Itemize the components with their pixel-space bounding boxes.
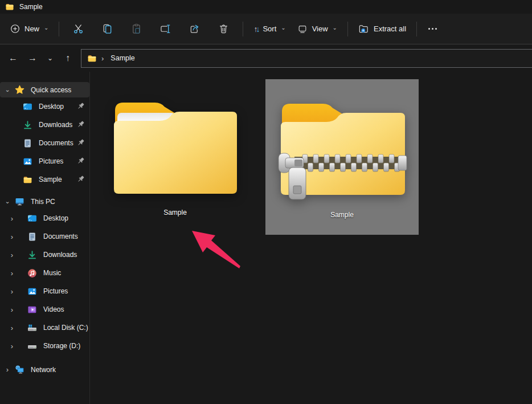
address-bar-row: ← → ⌄ ↑ › Sample [0, 44, 532, 72]
more-options-button[interactable] [421, 22, 444, 35]
sidebar-item-this-pc[interactable]: ⌄ This PC [0, 194, 89, 209]
documents-icon [27, 232, 37, 242]
rename-button[interactable] [155, 19, 176, 39]
chevron-right-icon[interactable]: › [0, 365, 15, 374]
pin-icon [76, 120, 85, 129]
chevron-down-icon[interactable]: ⌄ [0, 198, 15, 205]
chevron-right-icon[interactable]: › [5, 324, 19, 332]
chevron-right-icon[interactable]: › [5, 232, 19, 241]
chevron-right-icon[interactable]: › [5, 251, 19, 259]
view-icon [297, 24, 308, 34]
chevron-right-icon[interactable]: › [5, 214, 19, 223]
sidebar-item-pc-downloads[interactable]: › Downloads [0, 246, 89, 264]
downloads-icon [23, 120, 32, 130]
sidebar-item-qa-sample[interactable]: Sample [0, 170, 89, 189]
scissors-icon [73, 23, 84, 34]
share-icon [189, 23, 200, 34]
drive-icon [27, 341, 37, 351]
file-item-label: Sample [163, 209, 187, 217]
toolbar-separator [243, 22, 243, 36]
recent-locations-button[interactable]: ⌄ [43, 50, 57, 67]
sidebar-item-qa-desktop[interactable]: Desktop [0, 97, 89, 116]
sidebar-item-pc-pictures[interactable]: › Pictures [0, 282, 89, 300]
pin-icon [76, 102, 85, 111]
ellipsis-icon [427, 27, 438, 31]
file-list-area[interactable]: Sample [90, 72, 532, 404]
sidebar-item-pc-videos[interactable]: › Videos [0, 300, 89, 319]
clipboard-paste-icon [131, 23, 142, 34]
toolbar-separator [347, 22, 348, 36]
videos-icon [27, 305, 37, 315]
copy-button[interactable] [97, 19, 118, 39]
chevron-right-icon[interactable]: › [5, 305, 19, 314]
breadcrumb-sample[interactable]: Sample [108, 52, 137, 64]
pin-icon [76, 138, 85, 147]
rename-icon [160, 23, 171, 34]
sort-icon: ↑↓ [253, 25, 258, 34]
toolbar-separator [416, 22, 417, 36]
sidebar-item-qa-documents[interactable]: Documents [0, 134, 89, 152]
sidebar-item-pc-desktop[interactable]: › Desktop [0, 209, 89, 227]
pictures-icon [23, 157, 32, 166]
plus-circle-icon [10, 24, 20, 34]
network-icon [15, 365, 24, 374]
downloads-icon [27, 250, 37, 260]
pin-icon [76, 175, 85, 183]
sidebar-item-pc-local-disk-c[interactable]: › Local Disk (C:) [0, 319, 89, 337]
extract-folder-icon [358, 23, 369, 34]
command-bar: New ⌄ [0, 14, 532, 44]
this-pc-icon [15, 197, 24, 206]
folder-large-icon [112, 97, 239, 199]
view-button-label: View [312, 25, 328, 33]
back-button[interactable]: ← [5, 50, 22, 67]
drive-windows-icon [27, 323, 37, 333]
sidebar-item-pc-storage-d[interactable]: › Storage (D:) [0, 337, 89, 355]
file-explorer-window: Sample New ⌄ [0, 0, 532, 404]
sort-button[interactable]: ↑↓ Sort ⌄ [248, 20, 291, 38]
navigation-pane: ⌄ Quick access Desktop [0, 72, 90, 404]
documents-icon [23, 138, 32, 148]
view-button[interactable]: View ⌄ [292, 19, 343, 39]
forward-button[interactable]: → [24, 50, 41, 67]
desktop-icon [27, 214, 37, 223]
sidebar-item-pc-music[interactable]: › Music [0, 264, 89, 282]
extract-all-button[interactable]: Extract all [353, 19, 412, 39]
file-item-label: Sample [330, 211, 354, 219]
chevron-right-icon[interactable]: › [5, 269, 19, 278]
sidebar-item-qa-downloads[interactable]: Downloads [0, 116, 89, 134]
new-button-label: New [24, 25, 39, 33]
file-item-sample-zip[interactable]: Sample [265, 79, 419, 235]
chevron-down-icon[interactable]: ⌄ [0, 86, 15, 93]
chevron-down-icon: ⌄ [333, 25, 337, 31]
folder-icon [23, 175, 32, 185]
address-folder-icon [87, 54, 97, 63]
file-item-sample-folder[interactable]: Sample [99, 79, 252, 235]
star-icon [15, 85, 24, 95]
sidebar-item-qa-pictures[interactable]: Pictures [0, 152, 89, 170]
up-button[interactable]: ↑ [59, 50, 76, 67]
breadcrumb-chevron-icon: › [101, 54, 104, 63]
trash-icon [218, 23, 229, 34]
share-button[interactable] [184, 19, 205, 39]
copy-icon [102, 23, 113, 34]
address-bar[interactable]: › Sample [81, 49, 532, 68]
sidebar-item-quick-access[interactable]: ⌄ Quick access [0, 82, 89, 97]
paste-button [126, 19, 147, 39]
pin-icon [76, 157, 85, 165]
title-bar: Sample [0, 0, 532, 14]
sidebar-item-label: Quick access [31, 86, 71, 94]
sidebar-item-pc-documents[interactable]: › Documents [0, 227, 89, 246]
cut-button[interactable] [68, 19, 89, 39]
delete-button[interactable] [213, 19, 234, 39]
music-icon [27, 268, 37, 278]
desktop-icon [23, 102, 32, 112]
pictures-icon [27, 287, 37, 296]
chevron-right-icon[interactable]: › [5, 287, 19, 296]
extract-all-label: Extract all [374, 25, 406, 33]
chevron-right-icon[interactable]: › [5, 342, 19, 350]
sidebar-item-network[interactable]: › Network [0, 362, 89, 377]
chevron-down-icon: ⌄ [44, 25, 48, 31]
toolbar-separator [59, 22, 59, 36]
zip-folder-large-icon [277, 97, 407, 202]
new-button[interactable]: New ⌄ [5, 19, 54, 38]
